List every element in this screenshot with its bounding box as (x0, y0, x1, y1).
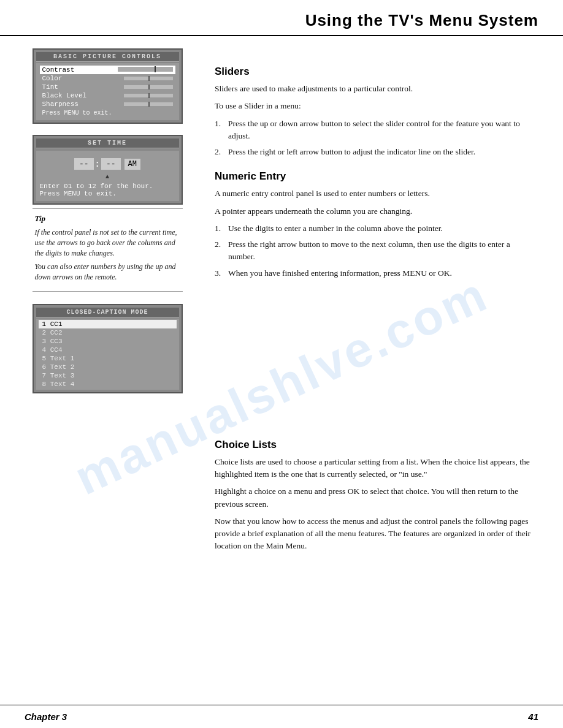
set-time-screen: SET TIME -- : -- AM ▲ Enter 01 to 12 for… (33, 135, 183, 205)
am-pm-box: AM (124, 159, 140, 170)
caption-row-1: 1 CC1 (39, 320, 177, 328)
numeric-entry-heading: Numeric Entry (215, 170, 538, 183)
sliders-steps: 1. Press the up or down arrow button to … (215, 118, 538, 159)
numeric-entry-step-1: 1. Use the digits to enter a number in t… (215, 222, 538, 235)
time-entry: -- : -- AM (40, 154, 175, 173)
caption-row-5: 5 Text 1 (39, 354, 177, 363)
page-header: Using the TV's Menu System (0, 0, 563, 36)
numeric-entry-intro: A numeric entry control panel is used to… (215, 188, 538, 200)
color-row: Color (40, 74, 175, 83)
hour-box: -- (74, 158, 94, 170)
numeric-entry-step-3: 3. When you have finished entering infor… (215, 267, 538, 279)
caption-row-2: 2 CC2 (39, 328, 177, 337)
sliders-step-1: 1. Press the up or down arrow button to … (215, 118, 538, 143)
basic-picture-title: BASIC PICTURE CONTROLS (36, 52, 179, 62)
min-box: -- (101, 158, 121, 170)
time-footer: Press MENU to exit. (40, 190, 175, 197)
tip-paragraph-2: You can also enter numbers by using the … (35, 262, 180, 282)
basic-picture-screen: BASIC PICTURE CONTROLS Contrast Color Ti… (33, 48, 183, 124)
sharpness-row: Sharpness (40, 100, 175, 108)
footer-page-number: 41 (528, 711, 538, 722)
sliders-heading: Sliders (215, 66, 538, 78)
basic-picture-footer: Press MENU to exit. (40, 108, 175, 118)
caption-row-6: 6 Text 2 (39, 363, 177, 371)
numeric-entry-steps: 1. Use the digits to enter a number in t… (215, 222, 538, 279)
tip-paragraph-1: If the control panel is not set to the c… (35, 227, 180, 258)
left-column: BASIC PICTURE CONTROLS Contrast Color Ti… (18, 48, 209, 558)
closed-caption-title: CLOSED-CAPTION MODE (36, 308, 179, 317)
sliders-to-use: To use a Slider in a menu: (215, 100, 538, 112)
choice-lists-line3: Now that you know how to access the menu… (215, 515, 538, 553)
caption-row-4: 4 CC4 (39, 346, 177, 354)
caption-row-3: 3 CC3 (39, 337, 177, 346)
page-footer: Chapter 3 41 (0, 705, 563, 728)
numeric-entry-section: Numeric Entry A numeric entry control pa… (215, 170, 538, 279)
right-column: Sliders Sliders are used to make adjustm… (209, 48, 538, 558)
tip-label: Tip (35, 214, 180, 224)
numeric-entry-line2: A pointer appears underneath the column … (215, 205, 538, 218)
caption-row-7: 7 Text 3 (39, 371, 177, 380)
basic-picture-body: Contrast Color Tint Black Level (36, 63, 179, 120)
time-sep1: : (95, 159, 100, 169)
contrast-row: Contrast (40, 66, 175, 74)
footer-chapter: Chapter 3 (25, 711, 67, 722)
tip-section: Tip If the control panel is not set to t… (33, 208, 183, 292)
page-title: Using the TV's Menu System (25, 11, 538, 30)
choice-lists-intro: Choice lists are used to choose a partic… (215, 456, 538, 481)
sliders-step-2: 2. Press the right or left arrow button … (215, 146, 538, 158)
main-content: BASIC PICTURE CONTROLS Contrast Color Ti… (0, 36, 563, 570)
choice-lists-section: Choice Lists Choice lists are used to ch… (215, 439, 538, 553)
set-time-title: SET TIME (36, 138, 179, 148)
choice-lists-line2: Highlight a choice on a menu and press O… (215, 485, 538, 510)
sliders-intro: Sliders are used to make adjustments to … (215, 83, 538, 95)
caption-row-8: 8 Text 4 (39, 380, 177, 389)
pointer-row: ▲ (40, 173, 175, 183)
closed-caption-screen: CLOSED-CAPTION MODE 1 CC1 2 CC2 3 CC3 4 … (33, 304, 183, 393)
choice-lists-heading: Choice Lists (215, 439, 538, 451)
numeric-entry-step-2: 2. Press the right arrow button to move … (215, 238, 538, 264)
tint-row: Tint (40, 83, 175, 91)
time-info: Enter 01 to 12 for the hour. (40, 183, 175, 190)
black-level-row: Black Level (40, 91, 175, 100)
sliders-section: Sliders Sliders are used to make adjustm… (215, 66, 538, 158)
